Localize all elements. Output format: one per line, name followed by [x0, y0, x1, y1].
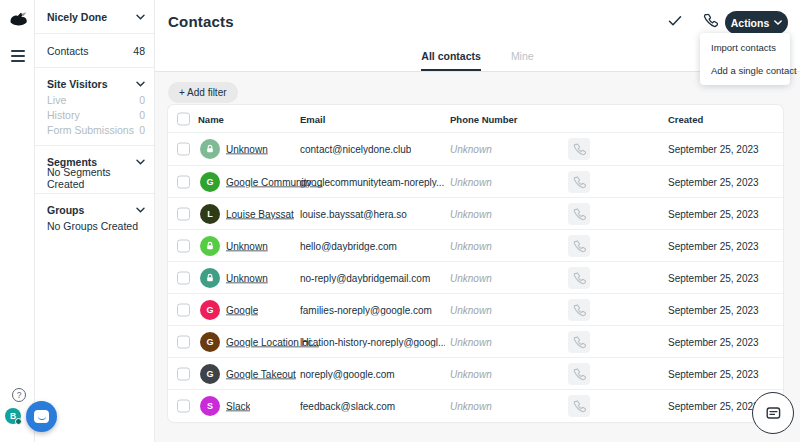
tasks-check-button[interactable] — [666, 13, 684, 31]
chat-smile-icon — [34, 410, 49, 423]
contact-created: September 25, 2023 — [668, 336, 759, 347]
row-checkbox[interactable] — [177, 303, 190, 316]
avatar: G — [200, 332, 220, 352]
chevron-down-icon — [774, 20, 782, 25]
row-checkbox[interactable] — [177, 239, 190, 252]
add-filter-button[interactable]: + Add filter — [168, 82, 238, 103]
row-checkbox[interactable] — [177, 143, 190, 156]
sidebar-item-contacts[interactable]: Contacts 48 — [35, 34, 154, 68]
avatar-letter: G — [206, 305, 213, 315]
avatar — [200, 236, 220, 256]
avatar: G — [200, 172, 220, 192]
contact-created: September 25, 2023 — [668, 240, 759, 251]
phone-header-button[interactable] — [701, 13, 719, 31]
contact-name-link[interactable]: Google Takeout — [226, 368, 296, 379]
contact-phone: Unknown — [450, 176, 492, 187]
contact-created: September 25, 2023 — [668, 208, 759, 219]
sidebar-item-live[interactable]: Live 0 — [47, 92, 145, 107]
workspace-switcher[interactable]: Nicely Done — [35, 0, 154, 34]
avatar — [200, 268, 220, 288]
menu-item-add-single-contact[interactable]: Add a single contact — [700, 59, 790, 82]
row-checkbox[interactable] — [177, 207, 190, 220]
status-badge[interactable]: B — [5, 408, 21, 424]
phone-icon — [573, 304, 586, 317]
contact-email: googlecommunityteam-noreply... — [300, 176, 444, 187]
row-checkbox[interactable] — [177, 175, 190, 188]
contact-phone: Unknown — [450, 336, 492, 347]
call-button[interactable] — [568, 267, 590, 289]
contact-name-link[interactable]: Google — [226, 304, 258, 315]
sidebar-item-form-submissions[interactable]: Form Submissions 0 — [47, 122, 145, 137]
column-header-phone: Phone Number — [450, 114, 518, 125]
avatar — [200, 139, 220, 159]
chat-launcher-button[interactable] — [26, 401, 57, 432]
table-header-row: Name Email Phone Number Created — [168, 105, 783, 133]
contact-phone: Unknown — [450, 208, 492, 219]
contact-email: no-reply@daybridgemail.com — [300, 272, 430, 283]
avatar: L — [200, 204, 220, 224]
contact-email: location-history-noreply@googl... — [300, 336, 445, 347]
avatar: G — [200, 300, 220, 320]
table-row: Unknown no-reply@daybridgemail.com Unkno… — [168, 261, 783, 293]
workspace-logo-icon[interactable] — [8, 10, 30, 30]
phone-icon — [573, 240, 586, 253]
row-checkbox[interactable] — [177, 399, 190, 412]
table-body: Unknown contact@nicelydone.club Unknown … — [168, 133, 783, 421]
contact-name-link[interactable]: Slack — [226, 400, 250, 411]
avatar-letter: G — [206, 369, 213, 379]
table-row: Unknown hello@daybridge.com Unknown Sept… — [168, 229, 783, 261]
lock-icon — [205, 144, 215, 154]
left-rail: ? B — [0, 0, 35, 442]
contact-email: feedback@slack.com — [300, 400, 395, 411]
call-button[interactable] — [568, 171, 590, 193]
phone-icon — [573, 208, 586, 221]
actions-dropdown-menu: Import contacts Add a single contact — [700, 33, 790, 85]
contact-created: September 25, 2023 — [668, 400, 759, 411]
check-icon — [668, 15, 682, 27]
feedback-note-button[interactable] — [752, 392, 794, 434]
row-checkbox[interactable] — [177, 335, 190, 348]
call-button[interactable] — [568, 299, 590, 321]
table-row: Unknown contact@nicelydone.club Unknown … — [168, 133, 783, 165]
row-checkbox[interactable] — [177, 271, 190, 284]
contact-phone: Unknown — [450, 304, 492, 315]
contact-created: September 25, 2023 — [668, 272, 759, 283]
call-button[interactable] — [568, 363, 590, 385]
phone-icon — [573, 143, 586, 156]
contact-name-link[interactable]: Unknown — [226, 272, 268, 283]
section-header-site-visitors[interactable]: Site Visitors — [47, 76, 145, 92]
help-button[interactable]: ? — [12, 388, 26, 402]
chevron-down-icon — [136, 81, 145, 87]
tab-all-contacts[interactable]: All contacts — [421, 50, 481, 71]
column-header-created: Created — [668, 114, 703, 125]
phone-icon — [573, 368, 586, 381]
contact-phone: Unknown — [450, 240, 492, 251]
item-count: 0 — [139, 124, 145, 136]
contact-created: September 25, 2023 — [668, 176, 759, 187]
call-button[interactable] — [568, 235, 590, 257]
menu-icon[interactable] — [11, 50, 25, 65]
call-button[interactable] — [568, 331, 590, 353]
sidebar: Nicely Done Contacts 48 Site Visitors Li… — [35, 0, 155, 442]
avatar-letter: L — [207, 209, 213, 219]
sidebar-item-history[interactable]: History 0 — [47, 107, 145, 122]
section-header-groups[interactable]: Groups — [47, 202, 145, 218]
table-row: G Google Takeout noreply@google.com Unkn… — [168, 357, 783, 389]
row-checkbox[interactable] — [177, 367, 190, 380]
select-all-checkbox[interactable] — [177, 113, 190, 126]
contact-name-link[interactable]: Unknown — [226, 144, 268, 155]
content-area: + Add filter Name Email Phone Number Cre… — [155, 72, 800, 442]
contact-phone: Unknown — [450, 144, 492, 155]
table-row: L Louise Bayssat louise.bayssat@hera.so … — [168, 197, 783, 229]
phone-icon — [573, 176, 586, 189]
section-title: Site Visitors — [47, 78, 108, 90]
call-button[interactable] — [568, 203, 590, 225]
menu-item-import-contacts[interactable]: Import contacts — [700, 36, 790, 59]
contact-name-link[interactable]: Louise Bayssat — [226, 208, 294, 219]
actions-button[interactable]: Actions — [725, 11, 788, 34]
tab-mine[interactable]: Mine — [511, 50, 534, 71]
call-button[interactable] — [568, 138, 590, 160]
contact-name-link[interactable]: Unknown — [226, 240, 268, 251]
call-button[interactable] — [568, 395, 590, 417]
lock-icon — [205, 273, 215, 283]
